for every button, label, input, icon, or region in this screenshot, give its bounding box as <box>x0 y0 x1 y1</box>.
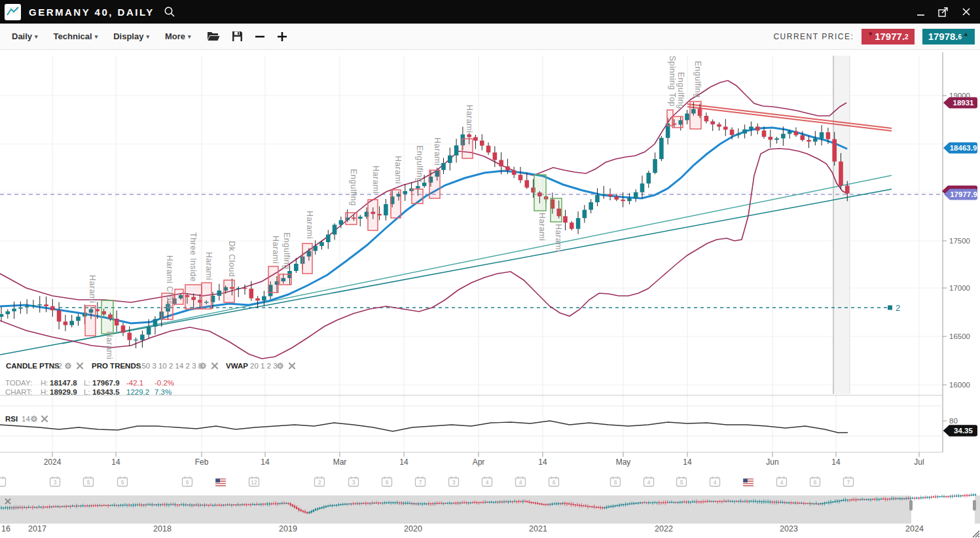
calendar-event-icon[interactable]: 4 <box>516 476 526 486</box>
calendar-event-icon[interactable]: 4 <box>482 476 492 486</box>
zoom-in-button[interactable] <box>277 31 287 42</box>
gear-icon[interactable] <box>31 416 37 422</box>
price-tick-label: 17500 <box>949 237 970 245</box>
rsi-pane: RSI14 <box>0 415 848 433</box>
us-flag-icon[interactable] <box>743 478 753 486</box>
rsi-level-label: 80 <box>949 417 958 425</box>
bearish-pattern-box <box>346 213 357 224</box>
pattern-label: Engulfing <box>349 169 358 206</box>
price-badge: 17977.9 <box>950 190 977 198</box>
remove-indicator-icon[interactable] <box>42 416 47 421</box>
price-value: 17977. <box>875 31 905 41</box>
pattern-label: Harami <box>433 137 442 166</box>
chart-symbol-title: GERMANY 40, DAILY <box>29 7 154 18</box>
time-tick-label: Mar <box>333 457 347 467</box>
resize-corner-icon[interactable] <box>973 531 979 537</box>
sell-price-badge[interactable]: ▼17977.2 <box>862 29 914 45</box>
gear-icon[interactable] <box>277 363 283 369</box>
popout-button[interactable] <box>938 7 949 17</box>
calendar-event-icon[interactable]: 4 <box>777 476 787 486</box>
close-button[interactable] <box>962 7 971 16</box>
calendar-event-icon[interactable]: 3 <box>349 476 359 486</box>
time-tick-label: 14 <box>683 457 692 467</box>
menu-display[interactable]: Display▾ <box>109 31 153 42</box>
menu-label: More <box>165 31 185 41</box>
event-day: 6 <box>553 479 556 486</box>
navigator-year-label: 2023 <box>780 524 798 533</box>
calendar-event-icon[interactable]: 6 <box>382 476 392 486</box>
remove-indicator-icon[interactable] <box>289 363 295 368</box>
open-folder-button[interactable] <box>207 31 220 42</box>
calendar-event-icon[interactable]: 5 <box>84 476 94 486</box>
calendar-event-icon[interactable]: 6 <box>611 476 621 486</box>
calendar-event-icon[interactable]: 6 <box>549 476 559 486</box>
stats-row-label: CHART: <box>5 388 32 396</box>
trendlines <box>0 104 892 355</box>
high-value: 18147.8 <box>50 379 77 387</box>
calendar-event-icon[interactable]: 4 <box>644 476 654 486</box>
menu-technical[interactable]: Technical▾ <box>50 31 102 42</box>
price-badge: 18463.9 <box>950 144 977 152</box>
menu-daily[interactable]: Daily▾ <box>8 31 42 42</box>
us-flag-icon[interactable] <box>215 478 226 486</box>
stats-row-label: TODAY: <box>5 379 32 387</box>
indicator-name: VWAP <box>226 362 248 370</box>
pattern-label: Three Inside <box>189 232 198 281</box>
buy-price-badge[interactable]: 17978.6▲ <box>922 29 975 45</box>
bearish-pattern-box <box>429 170 440 198</box>
low-value: 17967.9 <box>92 379 120 387</box>
calendar-event-icon[interactable]: 3 <box>449 476 459 486</box>
menu-group: Daily▾Technical▾Display▾More▾ <box>0 31 195 42</box>
bearish-pattern-box <box>268 266 278 293</box>
calendar-event-icon[interactable]: 12 <box>249 476 259 486</box>
window-controls <box>916 7 971 17</box>
navigator-selection[interactable] <box>911 495 975 524</box>
pattern-label: Engulfing <box>676 72 685 109</box>
pattern-label: Harami Cross <box>165 255 174 309</box>
calendar-event-icon[interactable]: 6 <box>810 476 820 486</box>
calendar-event-icon[interactable]: 5 <box>677 476 687 486</box>
event-day: 3 <box>452 479 456 486</box>
indicator-header-row: CANDLE PTNS12PRO TRENDS150 3 10 2 14 2 3… <box>6 362 295 370</box>
remove-indicator-icon[interactable] <box>212 363 217 368</box>
minimize-button[interactable] <box>916 8 925 16</box>
calendar-event-icon[interactable]: 6 <box>183 476 192 486</box>
navigator-left-handle[interactable] <box>909 500 913 511</box>
menu-label: Daily <box>12 31 32 41</box>
calendar-event-icon[interactable]: 3 <box>50 476 60 486</box>
bearish-pattern-box <box>302 243 312 274</box>
calendar-event-icon[interactable]: 2 <box>315 476 325 486</box>
calendar-event-icon[interactable]: 6 <box>118 476 128 486</box>
app-logo-icon <box>5 4 21 20</box>
axes: 190001750017000165001600080202414Feb14Ma… <box>0 52 970 467</box>
gear-icon[interactable] <box>200 363 206 369</box>
time-tick-label: Apr <box>473 457 485 467</box>
navigator-right-handle[interactable] <box>973 500 976 511</box>
calendar-event-icon[interactable]: 7 <box>416 476 426 486</box>
price-badge: 34.35 <box>954 427 973 435</box>
calendar-event-icon[interactable]: 7 <box>844 476 854 486</box>
chart-canvas[interactable]: 2HaramiHaramiHarami CrossThree InsideHar… <box>0 50 980 538</box>
bearish-pattern-box <box>391 190 401 218</box>
change-value: -42.1 <box>126 379 143 387</box>
calendar-event-icon[interactable] <box>0 476 6 486</box>
save-button[interactable] <box>232 31 243 42</box>
event-day: 7 <box>419 479 422 486</box>
bearish-pattern-box <box>185 285 202 309</box>
calendar-event-icon[interactable]: 4 <box>710 476 720 486</box>
time-tick-label: Jul <box>914 457 924 467</box>
zoom-out-button[interactable] <box>255 31 265 42</box>
menu-more[interactable]: More▾ <box>161 31 195 42</box>
search-icon[interactable] <box>164 6 175 18</box>
event-day: 6 <box>814 479 817 486</box>
indicator-params: 12 <box>54 362 62 370</box>
range-navigator[interactable]: 1620172018201920202021202220232024 <box>0 493 980 537</box>
low-label: L: <box>84 388 90 396</box>
pattern-label: Harami <box>554 224 563 252</box>
gear-icon[interactable] <box>65 363 71 369</box>
pattern-label: Harami <box>271 236 280 264</box>
event-day: 5 <box>680 479 683 486</box>
chevron-down-icon: ▾ <box>95 33 98 40</box>
remove-indicator-icon[interactable] <box>77 363 82 368</box>
change-value: 1229.2 <box>126 388 149 396</box>
